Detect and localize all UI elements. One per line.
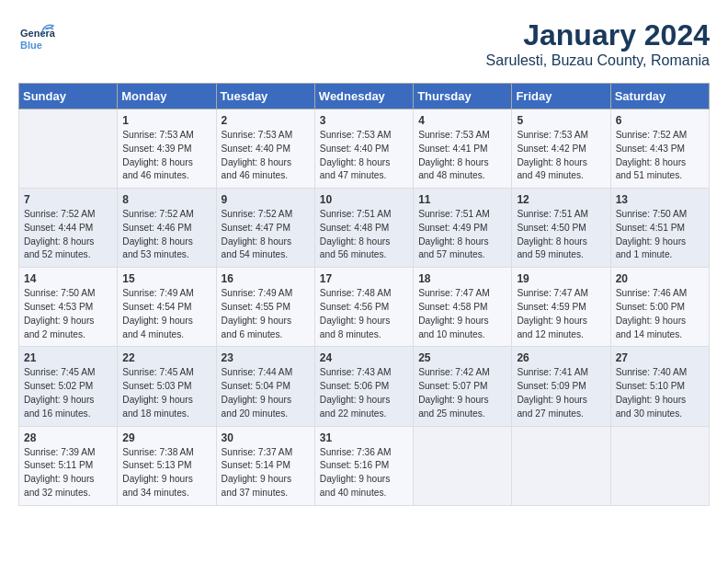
page-header: General Blue January 2024 Sarulesti, Buz… xyxy=(18,18,710,69)
calendar-cell: 5Sunrise: 7:53 AM Sunset: 4:42 PM Daylig… xyxy=(512,109,610,189)
day-number: 16 xyxy=(222,272,310,285)
page-title: January 2024 xyxy=(486,18,710,52)
day-info: Sunrise: 7:41 AM Sunset: 5:09 PM Dayligh… xyxy=(517,366,605,420)
calendar-cell: 6Sunrise: 7:52 AM Sunset: 4:43 PM Daylig… xyxy=(610,109,709,189)
day-info: Sunrise: 7:47 AM Sunset: 4:59 PM Dayligh… xyxy=(517,287,605,341)
day-number: 14 xyxy=(24,272,112,285)
day-number: 10 xyxy=(320,193,408,206)
day-number: 2 xyxy=(222,114,310,127)
day-number: 25 xyxy=(418,351,506,364)
calendar-cell: 11Sunrise: 7:51 AM Sunset: 4:49 PM Dayli… xyxy=(414,189,512,268)
calendar-cell xyxy=(19,109,118,189)
calendar-cell: 25Sunrise: 7:42 AM Sunset: 5:07 PM Dayli… xyxy=(414,347,512,426)
calendar-cell: 3Sunrise: 7:53 AM Sunset: 4:40 PM Daylig… xyxy=(314,109,413,189)
day-number: 3 xyxy=(320,114,408,127)
calendar-cell xyxy=(512,426,610,505)
day-info: Sunrise: 7:37 AM Sunset: 5:14 PM Dayligh… xyxy=(222,446,310,500)
day-info: Sunrise: 7:49 AM Sunset: 4:54 PM Dayligh… xyxy=(122,287,210,341)
calendar-cell: 13Sunrise: 7:50 AM Sunset: 4:51 PM Dayli… xyxy=(610,189,709,268)
day-info: Sunrise: 7:50 AM Sunset: 4:51 PM Dayligh… xyxy=(616,208,704,262)
calendar-cell: 8Sunrise: 7:52 AM Sunset: 4:46 PM Daylig… xyxy=(118,189,216,268)
week-row-4: 21Sunrise: 7:45 AM Sunset: 5:02 PM Dayli… xyxy=(19,347,710,426)
calendar-cell: 20Sunrise: 7:46 AM Sunset: 5:00 PM Dayli… xyxy=(610,268,709,347)
calendar-cell: 17Sunrise: 7:48 AM Sunset: 4:56 PM Dayli… xyxy=(314,268,413,347)
day-number: 5 xyxy=(517,114,605,127)
calendar-cell: 31Sunrise: 7:36 AM Sunset: 5:16 PM Dayli… xyxy=(314,426,413,505)
calendar-cell: 18Sunrise: 7:47 AM Sunset: 4:58 PM Dayli… xyxy=(414,268,512,347)
calendar-cell: 2Sunrise: 7:53 AM Sunset: 4:40 PM Daylig… xyxy=(216,109,314,189)
calendar-cell: 4Sunrise: 7:53 AM Sunset: 4:41 PM Daylig… xyxy=(414,109,512,189)
calendar-cell: 7Sunrise: 7:52 AM Sunset: 4:44 PM Daylig… xyxy=(19,189,118,268)
calendar-cell: 15Sunrise: 7:49 AM Sunset: 4:54 PM Dayli… xyxy=(118,268,216,347)
day-number: 4 xyxy=(418,114,506,127)
day-info: Sunrise: 7:53 AM Sunset: 4:40 PM Dayligh… xyxy=(320,129,408,183)
calendar-cell: 21Sunrise: 7:45 AM Sunset: 5:02 PM Dayli… xyxy=(19,347,118,426)
day-number: 19 xyxy=(517,272,605,285)
day-info: Sunrise: 7:36 AM Sunset: 5:16 PM Dayligh… xyxy=(320,446,408,500)
day-info: Sunrise: 7:43 AM Sunset: 5:06 PM Dayligh… xyxy=(320,366,408,420)
day-info: Sunrise: 7:52 AM Sunset: 4:47 PM Dayligh… xyxy=(222,208,310,262)
header-day-thursday: Thursday xyxy=(414,84,512,109)
header-day-tuesday: Tuesday xyxy=(216,84,314,109)
day-number: 6 xyxy=(616,114,704,127)
day-number: 7 xyxy=(24,193,112,206)
day-info: Sunrise: 7:51 AM Sunset: 4:49 PM Dayligh… xyxy=(418,208,506,262)
title-block: January 2024 Sarulesti, Buzau County, Ro… xyxy=(486,18,710,69)
calendar-body: 1Sunrise: 7:53 AM Sunset: 4:39 PM Daylig… xyxy=(19,109,710,506)
calendar-cell: 23Sunrise: 7:44 AM Sunset: 5:04 PM Dayli… xyxy=(216,347,314,426)
day-info: Sunrise: 7:38 AM Sunset: 5:13 PM Dayligh… xyxy=(122,446,210,500)
header-day-saturday: Saturday xyxy=(610,84,709,109)
day-info: Sunrise: 7:53 AM Sunset: 4:41 PM Dayligh… xyxy=(418,129,506,183)
day-number: 17 xyxy=(320,272,408,285)
week-row-2: 7Sunrise: 7:52 AM Sunset: 4:44 PM Daylig… xyxy=(19,189,710,268)
day-info: Sunrise: 7:46 AM Sunset: 5:00 PM Dayligh… xyxy=(616,287,704,341)
day-number: 28 xyxy=(24,431,112,444)
day-number: 26 xyxy=(517,351,605,364)
day-info: Sunrise: 7:50 AM Sunset: 4:53 PM Dayligh… xyxy=(24,287,112,341)
calendar-cell: 12Sunrise: 7:51 AM Sunset: 4:50 PM Dayli… xyxy=(512,189,610,268)
calendar-cell: 26Sunrise: 7:41 AM Sunset: 5:09 PM Dayli… xyxy=(512,347,610,426)
day-info: Sunrise: 7:53 AM Sunset: 4:42 PM Dayligh… xyxy=(517,129,605,183)
header-day-wednesday: Wednesday xyxy=(314,84,413,109)
calendar-cell: 24Sunrise: 7:43 AM Sunset: 5:06 PM Dayli… xyxy=(314,347,413,426)
day-number: 20 xyxy=(616,272,704,285)
calendar-cell xyxy=(414,426,512,505)
day-number: 27 xyxy=(616,351,704,364)
calendar-cell: 22Sunrise: 7:45 AM Sunset: 5:03 PM Dayli… xyxy=(118,347,216,426)
day-info: Sunrise: 7:52 AM Sunset: 4:44 PM Dayligh… xyxy=(24,208,112,262)
day-number: 15 xyxy=(122,272,210,285)
day-info: Sunrise: 7:51 AM Sunset: 4:50 PM Dayligh… xyxy=(517,208,605,262)
week-row-1: 1Sunrise: 7:53 AM Sunset: 4:39 PM Daylig… xyxy=(19,109,710,189)
calendar-cell: 9Sunrise: 7:52 AM Sunset: 4:47 PM Daylig… xyxy=(216,189,314,268)
day-info: Sunrise: 7:51 AM Sunset: 4:48 PM Dayligh… xyxy=(320,208,408,262)
calendar-cell: 28Sunrise: 7:39 AM Sunset: 5:11 PM Dayli… xyxy=(19,426,118,505)
calendar-cell: 29Sunrise: 7:38 AM Sunset: 5:13 PM Dayli… xyxy=(118,426,216,505)
calendar-cell: 19Sunrise: 7:47 AM Sunset: 4:59 PM Dayli… xyxy=(512,268,610,347)
day-info: Sunrise: 7:52 AM Sunset: 4:43 PM Dayligh… xyxy=(616,129,704,183)
day-info: Sunrise: 7:47 AM Sunset: 4:58 PM Dayligh… xyxy=(418,287,506,341)
calendar-table: SundayMondayTuesdayWednesdayThursdayFrid… xyxy=(18,83,710,506)
day-number: 24 xyxy=(320,351,408,364)
day-info: Sunrise: 7:45 AM Sunset: 5:03 PM Dayligh… xyxy=(122,366,210,420)
week-row-3: 14Sunrise: 7:50 AM Sunset: 4:53 PM Dayli… xyxy=(19,268,710,347)
day-number: 9 xyxy=(222,193,310,206)
day-number: 1 xyxy=(122,114,210,127)
day-info: Sunrise: 7:52 AM Sunset: 4:46 PM Dayligh… xyxy=(122,208,210,262)
calendar-cell: 1Sunrise: 7:53 AM Sunset: 4:39 PM Daylig… xyxy=(118,109,216,189)
header-day-sunday: Sunday xyxy=(19,84,118,109)
day-info: Sunrise: 7:45 AM Sunset: 5:02 PM Dayligh… xyxy=(24,366,112,420)
svg-text:Blue: Blue xyxy=(20,40,42,51)
logo: General Blue xyxy=(18,18,55,55)
calendar-cell: 27Sunrise: 7:40 AM Sunset: 5:10 PM Dayli… xyxy=(610,347,709,426)
day-info: Sunrise: 7:44 AM Sunset: 5:04 PM Dayligh… xyxy=(222,366,310,420)
day-info: Sunrise: 7:39 AM Sunset: 5:11 PM Dayligh… xyxy=(24,446,112,500)
day-info: Sunrise: 7:53 AM Sunset: 4:39 PM Dayligh… xyxy=(122,129,210,183)
calendar-cell: 14Sunrise: 7:50 AM Sunset: 4:53 PM Dayli… xyxy=(19,268,118,347)
header-day-friday: Friday xyxy=(512,84,610,109)
day-info: Sunrise: 7:48 AM Sunset: 4:56 PM Dayligh… xyxy=(320,287,408,341)
day-info: Sunrise: 7:42 AM Sunset: 5:07 PM Dayligh… xyxy=(418,366,506,420)
day-number: 29 xyxy=(122,431,210,444)
day-number: 30 xyxy=(222,431,310,444)
day-number: 11 xyxy=(418,193,506,206)
calendar-header: SundayMondayTuesdayWednesdayThursdayFrid… xyxy=(19,84,710,109)
